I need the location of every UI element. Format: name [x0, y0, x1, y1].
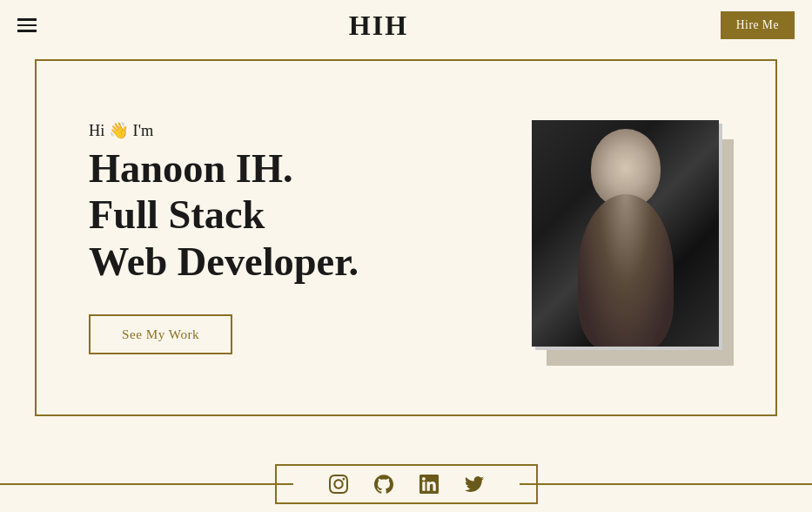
- social-line-left: [0, 483, 293, 485]
- instagram-icon[interactable]: [329, 475, 348, 494]
- social-line-right: [520, 483, 813, 485]
- hero-photo-container: [532, 120, 723, 355]
- social-bar-section: [0, 455, 812, 512]
- social-bar: [275, 464, 538, 504]
- see-my-work-button[interactable]: See My Work: [89, 314, 232, 354]
- site-logo: HIH: [349, 10, 408, 42]
- hero-photo: [532, 120, 719, 347]
- name-line1: Hanoon IH.: [89, 145, 359, 192]
- name-line3: Web Developer.: [89, 239, 359, 285]
- greeting-text: Hi 👋 I'm: [89, 121, 359, 140]
- hero-section: Hi 👋 I'm Hanoon IH. Full Stack Web Devel…: [0, 51, 812, 434]
- hero-title: Hanoon IH. Full Stack Web Developer.: [89, 145, 359, 285]
- hero-content: Hi 👋 I'm Hanoon IH. Full Stack Web Devel…: [89, 121, 359, 354]
- menu-icon[interactable]: [17, 18, 37, 32]
- twitter-icon[interactable]: [465, 475, 484, 494]
- name-line2: Full Stack: [89, 192, 359, 238]
- navbar: HIH Hire Me: [0, 0, 812, 51]
- github-icon[interactable]: [374, 475, 393, 494]
- hero-border-box: Hi 👋 I'm Hanoon IH. Full Stack Web Devel…: [35, 59, 777, 416]
- hire-me-button[interactable]: Hire Me: [721, 11, 795, 39]
- linkedin-icon[interactable]: [419, 475, 439, 494]
